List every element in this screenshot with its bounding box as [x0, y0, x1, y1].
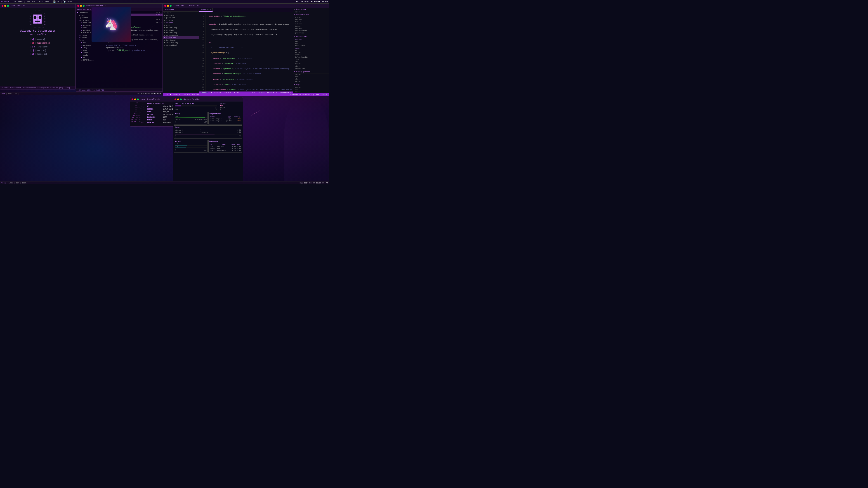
rtree-term[interactable]: term [293, 58, 329, 61]
rtree-defaultroamdir[interactable]: defaultRoamDir [293, 56, 329, 58]
close-btn[interactable] [2, 5, 3, 7]
fm-close-btn[interactable] [77, 5, 79, 7]
bbar-right: Sat 2024-03-09 05:06:00 PM [300, 182, 328, 184]
qute-menu-closetab[interactable]: [x] [Close tab] [30, 53, 50, 56]
rtree-email[interactable]: email [293, 42, 329, 45]
status-bar-left: ⊞ Tech | CPU 100% | MEM 29% | BAT 100% |… [1, 0, 72, 3]
ed-tree-git[interactable]: ▶.git [163, 11, 199, 14]
tree-hardware[interactable]: ▶hardware [76, 44, 105, 46]
character-silhouette [284, 95, 329, 181]
ed-tree-profiles[interactable]: ▶profiles [163, 17, 199, 19]
ed-tree-readmeorg[interactable]: ●README.org [163, 26, 199, 29]
ed-tree-system[interactable]: ▶system [163, 19, 199, 22]
rtree-locale[interactable]: locale [293, 25, 329, 27]
rtree-browser[interactable]: browser [293, 54, 329, 56]
rtree-profile[interactable]: profile [293, 21, 329, 23]
ed-min-btn[interactable] [167, 5, 169, 7]
rtree-np-system[interactable]: system [293, 73, 329, 76]
rtree-dotfilesdir[interactable]: dotfilesDir [293, 45, 329, 47]
cpu-info-panel: CPU Use 11% AVG 13 0 0% [219, 102, 242, 111]
nf-min-btn[interactable] [134, 98, 136, 100]
editor-tree-header: .dotfiles [163, 8, 199, 11]
cpu-row: CPU ~ 1.53 1.14 0.78 0s60s 100%0% CPU Us… [174, 102, 242, 111]
rtree-np-editor[interactable]: editor [293, 78, 329, 80]
ed-tree-license[interactable]: ●LICENSE [163, 29, 199, 31]
rtree-np-patches[interactable]: patches [293, 80, 329, 83]
rtree-timezone[interactable]: timezone [293, 23, 329, 25]
ed-tree-flakenix[interactable]: ●flake.nix [163, 36, 199, 39]
ed-tree-desktop[interactable]: ●desktop.png [163, 34, 199, 36]
rtree-system[interactable]: system [293, 16, 329, 18]
ed-tree-readme2[interactable]: ●README.org [163, 31, 199, 34]
qute-menu-search[interactable]: [o] [Search] [30, 38, 50, 41]
rtree-spawneditor[interactable]: spawnEditor [293, 67, 329, 70]
editor-bottom-statusbar: 7.5k ● .dotfiles/flake.nix 3:0 Top Produ… [163, 93, 329, 96]
qute-menu-history[interactable]: [$ h] [History] [30, 45, 50, 49]
tree-lang[interactable]: ▶lang [76, 46, 105, 49]
rtree-np-name[interactable]: name [293, 76, 329, 78]
tree-readme2[interactable]: ●README.org [76, 59, 105, 61]
status-disk-val: 2s [57, 1, 59, 3]
max-btn[interactable] [7, 5, 9, 7]
tree-wm[interactable]: ▶wm [76, 56, 105, 59]
nf-max-btn[interactable] [137, 98, 139, 100]
ed-close-btn[interactable] [164, 5, 166, 7]
sm-min-btn[interactable] [177, 98, 179, 100]
qute-statusbar: file:///home/emmet/.browser/Tech/config/… [0, 86, 75, 89]
rtree-fontpkg[interactable]: fontPkg [293, 63, 329, 65]
proc-title: Processes [209, 140, 241, 142]
status-tech: Tech [4, 1, 9, 3]
status-sep5: | [61, 1, 62, 3]
rtree-outputs[interactable]: outputs [293, 11, 329, 13]
rtree-bootmountpath[interactable]: bootMountPath [293, 30, 329, 32]
rtree-pkgs-patches[interactable]: patches [293, 91, 329, 93]
rtree-editor[interactable]: editor [293, 65, 329, 67]
rtree-font[interactable]: font [293, 61, 329, 63]
rtree-wmtype[interactable]: wmType [293, 52, 329, 54]
status-mem: MEM [27, 1, 30, 3]
editor-tabs: flake.nix [199, 8, 293, 12]
status-bat-val: 100% [44, 1, 49, 3]
rtree-wm[interactable]: wm [293, 49, 329, 52]
tree-style[interactable]: ▶style [76, 54, 105, 56]
ed-tree-patches[interactable]: ▶patches [163, 14, 199, 17]
qutebrowser-title: Tech Profile [11, 5, 25, 7]
tree-pkgs[interactable]: ▶pkgs [76, 49, 105, 51]
ed-bottom-lineinfo: 3:0 Top [192, 94, 199, 96]
ed-tree-themes[interactable]: ▶themes [163, 22, 199, 24]
rtree-name[interactable]: name [293, 40, 329, 42]
desktop-icon: ⊞ [1, 0, 2, 3]
filemgr-title: emmetBsnowfire1: [86, 5, 106, 7]
sysmon-content: CPU ~ 1.53 1.14 0.78 0s60s 100%0% CPU Us… [173, 101, 243, 183]
rtree-bootmode[interactable]: bootMode [293, 27, 329, 30]
ed-max-btn[interactable] [170, 5, 172, 7]
rtree-pkgs-system[interactable]: system [293, 86, 329, 89]
filemgr-statusbar: 4.6M sum, 133k free 0/13 All [76, 89, 162, 92]
rtree-pkgs-src[interactable]: src [293, 89, 329, 91]
rtree-hostname[interactable]: hostname [293, 18, 329, 21]
ed-tree-harden[interactable]: ●harden.sh [163, 39, 199, 41]
sm-max-btn[interactable] [180, 98, 182, 100]
bh-mem: 29% [14, 93, 18, 95]
rtree-username[interactable]: username [293, 38, 329, 40]
ed-tree-installorg[interactable]: ●install.org [163, 41, 199, 44]
fm-min-btn[interactable] [80, 5, 82, 7]
ed-tree-user[interactable]: ▶user [163, 24, 199, 26]
tree-shell[interactable]: ▶shell [76, 51, 105, 54]
rtree-theme[interactable]: theme [293, 47, 329, 49]
sm-close-btn[interactable] [175, 98, 176, 100]
global-bottom-bar: Tech | 100% | 29% | 100% Sat 2024-03-09 … [0, 181, 329, 184]
nf-close-btn[interactable] [131, 98, 133, 100]
min-btn[interactable] [4, 5, 6, 7]
fm-max-btn[interactable] [83, 5, 85, 7]
code-editor-titlebar: flake.nix - .dotfiles [163, 4, 329, 8]
status-cpu: CPU [13, 1, 16, 3]
memory-panel: Memory 100% EAM: 9%5.7618/02.2018 0%0% 0… [174, 112, 208, 125]
qute-menu-quickmarks[interactable]: [b] [Quickmarks] [30, 41, 50, 45]
qute-menu-newtab[interactable]: [t] [New tab] [30, 49, 50, 53]
editor-right-tree: ▼ description outputs ▼ systemSettings s… [293, 8, 329, 94]
ed-tree-installsh[interactable]: ●install.sh [163, 44, 199, 46]
rtree-grubdevice[interactable]: grubDevice [293, 32, 329, 34]
status-bat: BAT [39, 1, 43, 3]
tab-flakenix[interactable]: flake.nix [199, 8, 213, 12]
